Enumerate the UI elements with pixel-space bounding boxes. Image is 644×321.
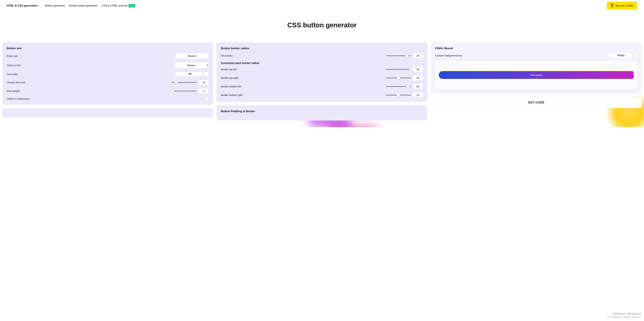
br-slider[interactable] (386, 95, 411, 95)
nav-quizzes[interactable]: CSS & HTML quizzes New (102, 4, 135, 8)
font-size-label: Choose font size (7, 81, 32, 84)
font-color-swatch[interactable] (201, 73, 204, 76)
badge-new: New (128, 4, 135, 8)
slider-thumb[interactable] (397, 94, 400, 97)
nav-quizzes-label: CSS & HTML quizzes (102, 4, 128, 7)
bg-color-input[interactable] (611, 54, 631, 57)
customize-heading: Customize each border radius (221, 62, 423, 65)
bl-value[interactable] (413, 84, 423, 89)
all-corners-value[interactable] (413, 53, 423, 58)
buy-coffee-button[interactable]: Buy me a coffee (607, 2, 637, 10)
button-text-panel: Button text Enter text: Select a font: R… (2, 42, 213, 105)
nav-button-generator[interactable]: Button generator (45, 4, 65, 7)
tr-label: Border top right (221, 76, 246, 79)
chevron-down-icon (39, 4, 41, 7)
enter-text-input[interactable] (175, 53, 209, 59)
font-weight-slider[interactable] (172, 91, 197, 91)
tl-value[interactable] (413, 67, 423, 72)
uppercase-checkbox[interactable] (206, 97, 209, 100)
slider-thumb[interactable] (406, 85, 410, 88)
enter-text-label: Enter text: (7, 55, 18, 57)
slider-thumb[interactable] (410, 68, 412, 71)
coffee-icon (610, 3, 614, 8)
font-size-value[interactable] (198, 80, 209, 85)
padding-heading: Button Padding & Border (221, 110, 423, 113)
slider-thumb[interactable] (406, 54, 408, 57)
coffee-label: Buy me a coffee (616, 4, 634, 7)
border-radius-panel: Button border radius All corners Customi… (216, 42, 427, 102)
br-value[interactable] (413, 92, 423, 98)
br-label: Border bottom right (221, 94, 246, 96)
font-color-field[interactable] (175, 72, 209, 76)
padding-border-panel: Button Padding & Border (216, 105, 427, 120)
nav-border-radius-generator[interactable]: Border-radius generator (69, 4, 98, 7)
bg-color-swatch[interactable] (632, 54, 635, 57)
preview-box: Your button (435, 61, 637, 89)
extra-panel-1 (2, 108, 213, 117)
tr-slider[interactable] (386, 78, 411, 78)
tr-value[interactable] (413, 75, 423, 80)
font-color-label: Font color (7, 73, 18, 76)
bl-label: Border bottom left (221, 85, 246, 88)
bg-color-field[interactable] (609, 53, 637, 58)
nav-main-dropdown[interactable]: HTML & CSS generators (7, 4, 41, 7)
uppercase-label: Switch to uppercase (7, 97, 29, 100)
tl-slider[interactable] (386, 69, 411, 70)
result-heading: FINAL Result (435, 47, 637, 50)
select-font-input[interactable]: Roboto (175, 62, 209, 68)
get-code-button[interactable]: GET CODE (431, 97, 642, 108)
slider-thumb[interactable] (171, 90, 174, 93)
slider-thumb[interactable] (397, 76, 400, 79)
result-panel: FINAL Result Custom background box Your … (431, 42, 642, 94)
font-weight-value[interactable] (198, 88, 209, 94)
all-corners-label: All corners (221, 54, 246, 57)
all-corners-slider[interactable] (386, 56, 411, 56)
preview-button[interactable]: Your button (438, 71, 634, 79)
page-title: CSS button generator (0, 21, 644, 29)
font-color-input[interactable] (180, 73, 200, 75)
font-weight-label: Font weight (7, 90, 32, 92)
tl-label: Border top left (221, 68, 246, 71)
select-font-label: Select a font: (7, 64, 22, 67)
font-size-slider[interactable] (172, 82, 197, 83)
nav-main-label: HTML & CSS generators (7, 4, 38, 7)
slider-thumb[interactable] (174, 81, 178, 84)
bg-box-label: Custom background box (435, 54, 462, 57)
button-text-heading: Button text (7, 47, 209, 50)
bl-slider[interactable] (386, 86, 411, 87)
radius-heading: Button border radius (221, 47, 423, 50)
